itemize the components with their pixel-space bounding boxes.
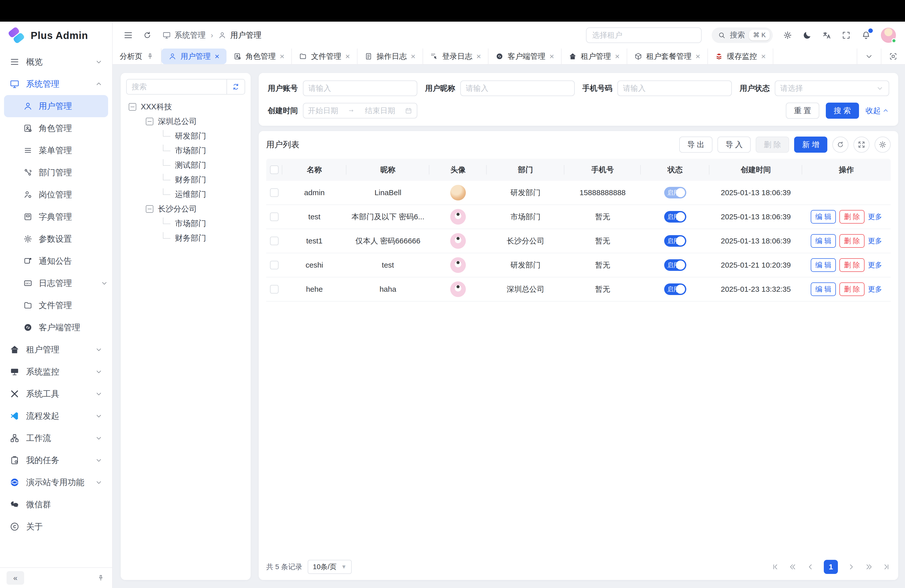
more-button[interactable]: 更多 xyxy=(868,236,882,246)
language-translate-icon[interactable] xyxy=(822,30,832,40)
tree-expander[interactable] xyxy=(146,205,153,213)
breadcrumb-item[interactable]: 系统管理 xyxy=(175,30,206,40)
tab[interactable]: 租户管理× xyxy=(562,49,627,64)
fullscreen-icon[interactable] xyxy=(841,31,851,40)
close-icon[interactable]: × xyxy=(476,52,481,60)
edit-button[interactable]: 编 辑 xyxy=(811,210,836,224)
sidebar-item[interactable]: 岗位管理 xyxy=(4,184,108,206)
search-button[interactable]: 搜 索 xyxy=(826,103,859,119)
tab[interactable]: 文件管理× xyxy=(292,49,357,64)
tab[interactable]: 登录日志× xyxy=(423,49,489,64)
tab[interactable]: 用户管理× xyxy=(161,49,227,64)
tree-refresh-button[interactable] xyxy=(227,79,245,95)
jump-forward-button[interactable] xyxy=(865,563,873,571)
last-page-button[interactable] xyxy=(882,563,891,571)
tree-node[interactable]: 研发部门 xyxy=(126,129,245,143)
export-button[interactable]: 导 出 xyxy=(679,137,713,153)
delete-button[interactable]: 删 除 xyxy=(839,258,865,272)
delete-button[interactable]: 删 除 xyxy=(839,234,865,248)
sidebar-item[interactable]: 通知公告 xyxy=(4,250,108,272)
sidebar-item[interactable]: 菜单管理 xyxy=(4,139,108,162)
menu-toggle-icon[interactable] xyxy=(123,30,133,40)
reset-button[interactable]: 重 置 xyxy=(786,103,819,119)
status-toggle[interactable]: 启用 xyxy=(664,187,686,199)
sidebar-item[interactable]: 用户管理 xyxy=(4,95,108,117)
close-icon[interactable]: × xyxy=(345,52,350,60)
close-icon[interactable]: × xyxy=(549,52,554,60)
tree-expander[interactable] xyxy=(146,118,153,125)
more-button[interactable]: 更多 xyxy=(868,212,882,222)
page-size-select[interactable]: 10条/页 ▼ xyxy=(308,560,352,574)
row-checkbox[interactable] xyxy=(270,261,279,269)
sidebar-item[interactable]: 角色管理 xyxy=(4,117,108,139)
table-fullscreen-button[interactable] xyxy=(853,137,870,153)
tab[interactable]: 操作日志× xyxy=(357,49,423,64)
close-icon[interactable]: × xyxy=(280,52,284,60)
tree-node[interactable]: 市场部门 xyxy=(126,216,245,231)
sidebar-item[interactable]: 客户端管理 xyxy=(4,316,108,338)
tree-node[interactable]: 财务部门 xyxy=(126,173,245,187)
sidebar-item[interactable]: DEV日志管理 xyxy=(4,272,108,294)
close-icon[interactable]: × xyxy=(695,52,700,60)
notifications-bell[interactable] xyxy=(861,30,871,40)
global-search[interactable]: 搜索 ⌘ K xyxy=(712,27,773,43)
tree-node[interactable]: 测试部门 xyxy=(126,158,245,173)
sidebar-item[interactable]: 部门管理 xyxy=(4,162,108,184)
tab[interactable]: 角色管理× xyxy=(227,49,292,64)
add-button[interactable]: 新 增 xyxy=(794,137,827,153)
sidebar-item[interactable]: 系统管理 xyxy=(0,73,112,95)
status-toggle[interactable]: 启用 xyxy=(664,259,686,271)
sidebar-item[interactable]: 租户管理 xyxy=(0,338,112,361)
status-toggle[interactable]: 启用 xyxy=(664,283,686,295)
user-account-input[interactable] xyxy=(303,81,417,96)
sidebar-item[interactable]: 文件管理 xyxy=(4,294,108,316)
tab[interactable]: 客户端管理× xyxy=(489,49,562,64)
sidebar-item[interactable]: 微信群 xyxy=(0,493,112,516)
sidebar-collapse-button[interactable]: « xyxy=(6,571,24,585)
next-page-button[interactable] xyxy=(847,563,856,571)
sidebar-item[interactable]: 系统监控 xyxy=(0,361,112,383)
sidebar-item[interactable]: 系统工具 xyxy=(0,383,112,405)
select-all-checkbox[interactable] xyxy=(270,165,279,174)
first-page-button[interactable] xyxy=(771,563,780,571)
sidebar-item[interactable]: 概览 xyxy=(0,51,112,73)
sidebar-item[interactable]: 工作流 xyxy=(0,427,112,449)
tree-expander[interactable] xyxy=(129,103,136,111)
current-page-button[interactable]: 1 xyxy=(824,560,838,574)
sidebar-item[interactable]: 我的任务 xyxy=(0,449,112,471)
pin-icon[interactable] xyxy=(97,574,106,582)
close-icon[interactable]: × xyxy=(215,52,219,60)
tenant-select-input[interactable] xyxy=(586,27,702,43)
delete-button[interactable]: 删 除 xyxy=(839,210,865,224)
user-nickname-input[interactable] xyxy=(460,81,575,96)
delete-button[interactable]: 删 除 xyxy=(839,283,865,296)
phone-number-input[interactable] xyxy=(618,81,732,96)
sidebar-item[interactable]: 关于 xyxy=(0,516,112,538)
tab[interactable]: 缓存监控× xyxy=(708,49,773,64)
status-toggle[interactable]: 启用 xyxy=(664,211,686,222)
tree-node[interactable]: 深圳总公司 xyxy=(126,114,245,129)
row-checkbox[interactable] xyxy=(270,285,279,294)
tree-node[interactable]: 运维部门 xyxy=(126,187,245,202)
content-fullscreen-button[interactable] xyxy=(881,49,905,64)
edit-button[interactable]: 编 辑 xyxy=(811,258,836,272)
row-checkbox[interactable] xyxy=(270,188,279,197)
close-icon[interactable]: × xyxy=(411,52,416,60)
sidebar-item[interactable]: 流程发起 xyxy=(0,405,112,427)
collapse-filters-link[interactable]: 收起 xyxy=(865,106,889,116)
table-settings-button[interactable] xyxy=(875,137,891,153)
dark-mode-moon-icon[interactable] xyxy=(802,30,812,40)
batch-delete-button[interactable]: 删 除 xyxy=(756,137,789,153)
tree-search-input[interactable] xyxy=(126,79,227,95)
row-checkbox[interactable] xyxy=(270,213,279,221)
tab[interactable]: 租户套餐管理× xyxy=(627,49,708,64)
sidebar-item[interactable]: 演示站专用功能 xyxy=(0,471,112,493)
pin-icon[interactable] xyxy=(146,52,154,60)
previous-page-button[interactable] xyxy=(806,563,815,571)
user-avatar[interactable] xyxy=(881,28,896,43)
tree-node[interactable]: 长沙分公司 xyxy=(126,202,245,216)
close-icon[interactable]: × xyxy=(761,52,766,60)
more-button[interactable]: 更多 xyxy=(868,284,882,294)
edit-button[interactable]: 编 辑 xyxy=(811,234,836,248)
jump-back-button[interactable] xyxy=(789,563,797,571)
